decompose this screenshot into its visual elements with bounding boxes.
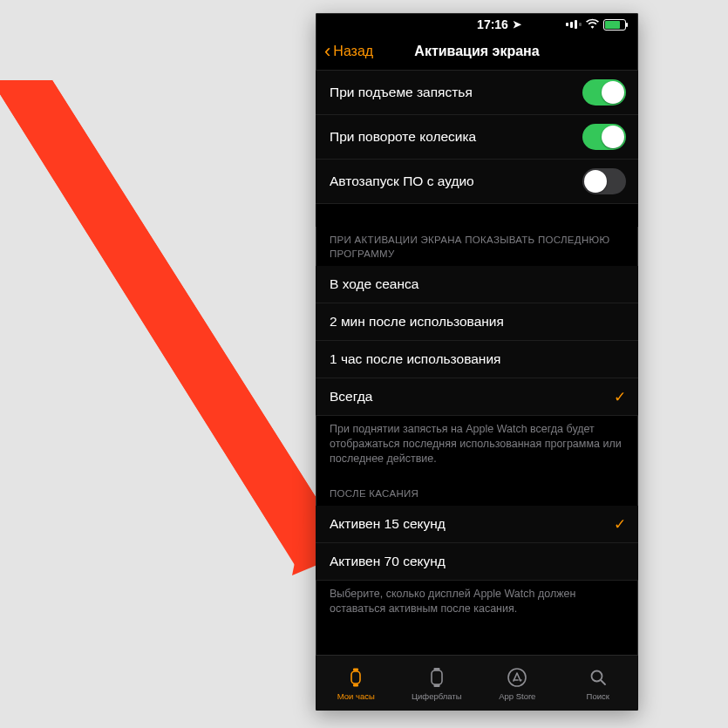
svg-rect-3 [351, 671, 360, 684]
section-header-after-tap: ПОСЛЕ КАСАНИЯ [316, 475, 638, 507]
tab-app-store[interactable]: App Store [477, 656, 558, 711]
annotation-arrow [0, 80, 357, 577]
tab-faces[interactable]: Циферблаты [397, 656, 478, 711]
svg-marker-0 [0, 80, 344, 565]
location-icon: ➤ [513, 18, 521, 31]
option-1hour[interactable]: 1 час после использования [316, 341, 638, 378]
checkmark-icon: ✓ [614, 388, 626, 406]
toggle-row-wrist-raise[interactable]: При подъеме запястья [316, 71, 638, 115]
toggle-row-audio-autolaunch[interactable]: Автозапуск ПО с аудио [316, 160, 638, 204]
svg-line-11 [601, 680, 605, 684]
status-time: 17:16 [477, 17, 508, 31]
battery-icon [603, 19, 626, 31]
toggle-switch[interactable] [582, 168, 626, 194]
svg-rect-7 [433, 668, 439, 670]
section-footer-after-tap: Выберите, сколько дисплей Apple Watch до… [316, 581, 638, 625]
nav-bar: ‹ Назад Активация экрана [316, 32, 638, 71]
svg-rect-4 [353, 668, 358, 670]
svg-point-9 [508, 669, 526, 686]
option-always[interactable]: Всегда ✓ [316, 378, 638, 416]
status-bar: 17:16 ➤ [316, 13, 638, 32]
toggle-switch[interactable] [582, 124, 626, 150]
toggle-row-crown-rotate[interactable]: При повороте колесика [316, 115, 638, 160]
tab-my-watch[interactable]: Мои часы [316, 656, 397, 711]
cellular-icon [566, 20, 582, 29]
section-header-last-app: ПРИ АКТИВАЦИИ ЭКРАНА ПОКАЗЫВАТЬ ПОСЛЕДНЮ… [316, 227, 638, 266]
page-title: Активация экрана [316, 44, 638, 59]
option-active-70s[interactable]: Активен 70 секунд [316, 543, 638, 581]
section-footer-last-app: При поднятии запястья на Apple Watch все… [316, 416, 638, 475]
content: При подъеме запястья При повороте колеси… [316, 71, 638, 655]
appstore-icon [507, 666, 527, 689]
option-active-15s[interactable]: Активен 15 секунд ✓ [316, 506, 638, 543]
svg-marker-1 [0, 80, 340, 565]
svg-rect-6 [432, 670, 442, 684]
option-2min[interactable]: 2 мин после использования [316, 303, 638, 341]
option-while-session[interactable]: В ходе сеанса [316, 266, 638, 303]
svg-rect-8 [433, 684, 439, 687]
toggle-switch[interactable] [582, 79, 626, 105]
tab-search[interactable]: Поиск [558, 656, 639, 711]
phone-frame: 17:16 ➤ ‹ Назад Активация экрана При под… [316, 13, 638, 711]
tab-bar: Мои часы Циферблаты App Store Поиск [316, 655, 638, 711]
wifi-icon [586, 18, 599, 31]
checkmark-icon: ✓ [614, 515, 626, 534]
search-icon [588, 666, 609, 689]
svg-rect-5 [353, 684, 358, 686]
watch-icon [345, 666, 366, 689]
faces-icon [426, 666, 447, 689]
